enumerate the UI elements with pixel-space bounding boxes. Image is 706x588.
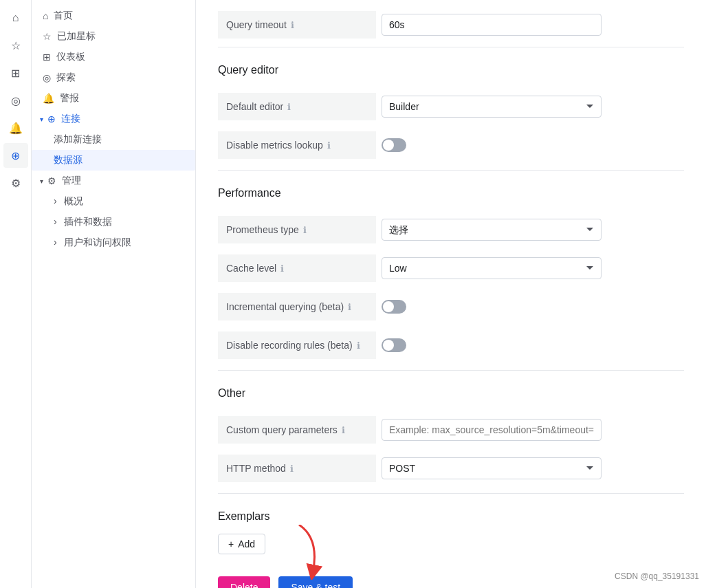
grid-nav-icon[interactable]: ⊞ [3, 61, 28, 85]
sidebar-item-home[interactable]: ⌂ 首页 [32, 6, 195, 26]
home-icon: ⌂ [43, 10, 48, 21]
icon-sidebar: ⌂ ☆ ⊞ ◎ 🔔 ⊕ ⚙ [0, 0, 32, 588]
http-method-label: HTTP method ℹ [218, 455, 376, 482]
sidebar-item-admin[interactable]: ▾ ⚙ 管理 [32, 171, 195, 191]
sidebar-item-users[interactable]: › 用户和访问权限 [32, 232, 195, 253]
disable-recording-rules-info-icon[interactable]: ℹ [357, 340, 360, 351]
chevron-right-icon-plugins: › [54, 216, 57, 227]
other-title: Other [218, 387, 684, 400]
sidebar-label-explore: 探索 [56, 72, 187, 84]
chevron-right-icon-users: › [54, 237, 57, 248]
sidebar-item-starred[interactable]: ☆ 已加星标 [32, 26, 195, 47]
disable-metrics-toggle[interactable] [382, 138, 406, 152]
sidebar-item-datasources[interactable]: 数据源 [32, 150, 195, 171]
default-editor-info-icon[interactable]: ℹ [287, 102, 291, 112]
default-editor-select[interactable]: Builder Code [382, 96, 602, 118]
sidebar-label-dashboards: 仪表板 [56, 51, 187, 63]
sidebar-item-plugins[interactable]: › 插件和数据 [32, 212, 195, 232]
sidebar-item-explore[interactable]: ◎ 探索 [32, 67, 195, 88]
sidebar-item-overview[interactable]: › 概况 [32, 191, 195, 212]
custom-query-params-value [376, 419, 684, 441]
incremental-querying-label: Incremental querying (beta) ℹ [218, 293, 376, 320]
http-method-info-icon[interactable]: ℹ [290, 464, 294, 474]
incremental-querying-toggle[interactable] [382, 300, 406, 314]
grid-icon: ⊞ [43, 52, 51, 63]
chevron-down-icon: ▾ [40, 116, 43, 123]
disable-metrics-toggle-container [376, 138, 684, 152]
disable-recording-rules-toggle[interactable] [382, 338, 406, 352]
disable-metrics-label: Disable metrics lookup ℹ [218, 131, 376, 159]
star-icon: ☆ [43, 31, 52, 42]
prometheus-type-value: 选择 Prometheus Cortex Mimir Thanos [376, 219, 684, 241]
compass-nav-icon[interactable]: ◎ [3, 88, 28, 113]
exemplars-section: Exemplars + Add [218, 510, 684, 554]
other-section: Other Custom query parameters ℹ HTTP met… [218, 387, 684, 488]
watermark: CSDN @qq_35191331 [615, 571, 699, 581]
save-test-wrapper: Save & test [278, 576, 353, 588]
exemplars-title: Exemplars [218, 510, 684, 523]
cache-level-label: Cache level ℹ [218, 254, 376, 282]
sidebar-item-connections[interactable]: ▾ ⊕ 连接 [32, 109, 195, 129]
main-content: Query timeout ℹ Query editor Default edi… [196, 0, 706, 588]
sidebar-label-datasources: 数据源 [54, 154, 82, 165]
delete-button[interactable]: Delete [218, 576, 270, 588]
query-timeout-value [376, 14, 684, 36]
sidebar-nav: ⌂ 首页 ☆ 已加星标 ⊞ 仪表板 ◎ 探索 🔔 警报 ▾ ⊕ 连接 添加 [32, 0, 195, 588]
custom-query-params-input[interactable] [382, 419, 602, 441]
connect-nav-icon[interactable]: ⊕ [3, 143, 28, 168]
prometheus-type-info-icon[interactable]: ℹ [303, 225, 307, 235]
add-exemplar-button[interactable]: + Add [218, 534, 265, 554]
gear-nav-icon[interactable]: ⚙ [3, 171, 28, 195]
compass-icon: ◎ [43, 72, 51, 83]
bell-icon: 🔔 [43, 93, 54, 104]
chevron-right-icon-overview: › [54, 195, 57, 206]
sidebar-label-admin: 管理 [62, 175, 81, 187]
query-timeout-label: Query timeout ℹ [218, 11, 376, 39]
query-editor-title: Query editor [218, 64, 684, 76]
default-editor-row: Default editor ℹ Builder Code [218, 87, 684, 126]
cache-level-value: Low Medium High None [376, 257, 684, 279]
incremental-querying-info-icon[interactable]: ℹ [348, 302, 351, 312]
query-timeout-info-icon[interactable]: ℹ [291, 20, 294, 30]
disable-metrics-row: Disable metrics lookup ℹ [218, 126, 684, 164]
sidebar-label-users: 用户和访问权限 [64, 237, 131, 248]
query-timeout-row: Query timeout ℹ [218, 6, 684, 44]
custom-query-params-info-icon[interactable]: ℹ [342, 425, 345, 435]
disable-recording-rules-toggle-container [376, 338, 684, 352]
home-nav-icon[interactable]: ⌂ [3, 6, 28, 30]
cache-level-select[interactable]: Low Medium High None [382, 257, 602, 279]
performance-section: Performance Prometheus type ℹ 选择 Prometh… [218, 187, 684, 364]
custom-query-params-label: Custom query parameters ℹ [218, 416, 376, 444]
prometheus-type-select[interactable]: 选择 Prometheus Cortex Mimir Thanos [382, 219, 602, 241]
sidebar-label-starred: 已加星标 [57, 30, 187, 43]
sidebar-label-connections: 连接 [61, 113, 80, 125]
query-editor-section: Query editor Default editor ℹ Builder Co… [218, 64, 684, 164]
disable-recording-rules-label: Disable recording rules (beta) ℹ [218, 331, 376, 359]
disable-metrics-info-icon[interactable]: ℹ [327, 140, 331, 151]
incremental-querying-row: Incremental querying (beta) ℹ [218, 287, 684, 326]
save-test-button[interactable]: Save & test [278, 576, 353, 588]
sidebar-label-alerts: 警报 [60, 92, 187, 105]
http-method-value: POST GET [376, 457, 684, 479]
star-nav-icon[interactable]: ☆ [3, 33, 28, 58]
bell-nav-icon[interactable]: 🔔 [3, 116, 28, 140]
query-timeout-input[interactable] [382, 14, 602, 36]
sidebar-label-plugins: 插件和数据 [64, 216, 112, 227]
incremental-querying-toggle-container [376, 300, 684, 314]
performance-title: Performance [218, 187, 684, 199]
sidebar-label-home: 首页 [54, 10, 187, 22]
http-method-select[interactable]: POST GET [382, 457, 602, 479]
sidebar-label-add-connection: 添加新连接 [54, 133, 102, 144]
cache-level-info-icon[interactable]: ℹ [280, 263, 284, 274]
http-method-row: HTTP method ℹ POST GET [218, 449, 684, 488]
connect-icon: ⊕ [47, 113, 56, 124]
gear-icon-nav: ⚙ [47, 175, 56, 186]
sidebar-item-dashboards[interactable]: ⊞ 仪表板 [32, 47, 195, 67]
custom-query-params-row: Custom query parameters ℹ [218, 411, 684, 449]
cache-level-row: Cache level ℹ Low Medium High None [218, 249, 684, 287]
sidebar-label-overview: 概况 [64, 195, 83, 206]
sidebar-item-add-connection[interactable]: 添加新连接 [32, 129, 195, 150]
prometheus-type-row: Prometheus type ℹ 选择 Prometheus Cortex M… [218, 210, 684, 249]
sidebar-item-alerts[interactable]: 🔔 警报 [32, 88, 195, 109]
add-exemplar-label: Add [238, 538, 255, 549]
